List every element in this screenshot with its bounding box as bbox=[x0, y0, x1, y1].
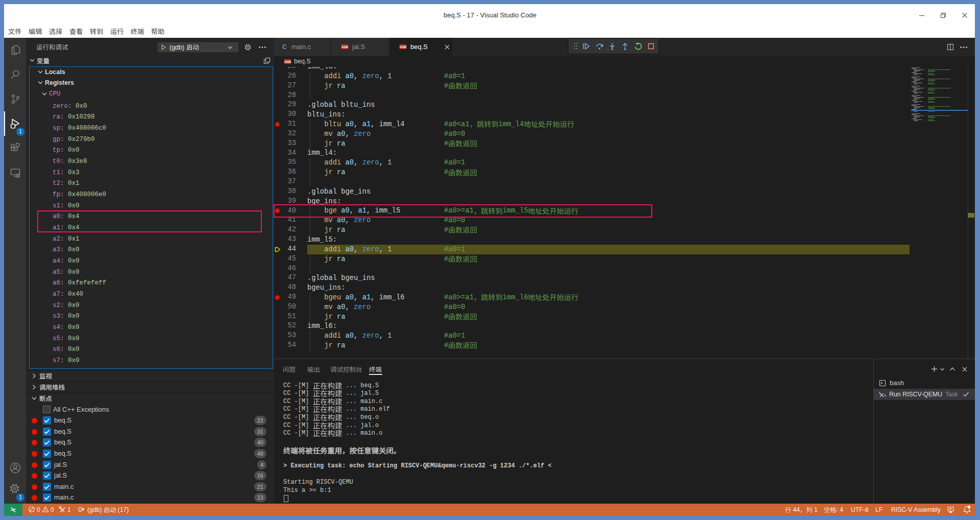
svg-text:ASM: ASM bbox=[284, 60, 291, 63]
svg-text:ASM: ASM bbox=[341, 45, 348, 49]
svg-text:ASM: ASM bbox=[400, 45, 406, 49]
